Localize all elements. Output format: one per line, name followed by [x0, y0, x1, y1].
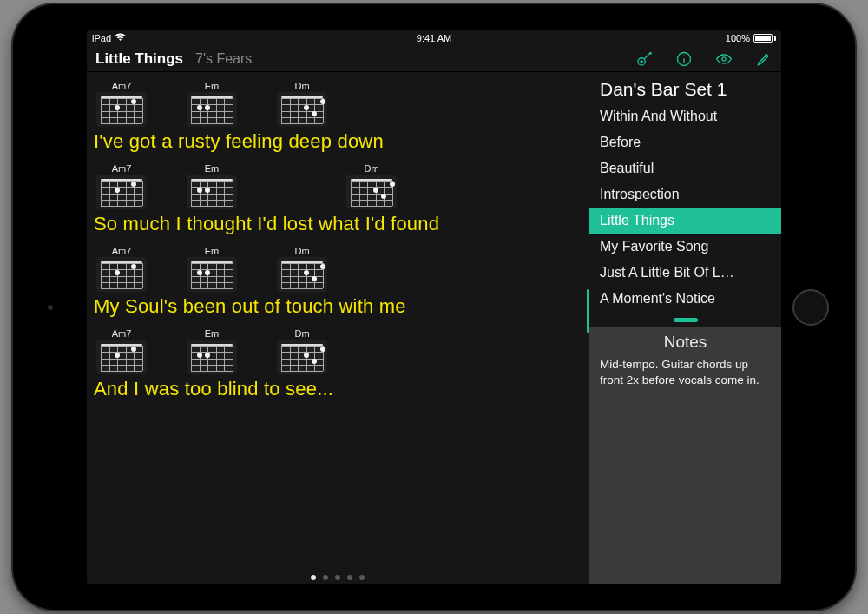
battery-pct: 100%: [726, 33, 750, 43]
notes-drag-handle[interactable]: [589, 312, 781, 327]
chord-label: Dm: [364, 163, 378, 174]
screen: iPad 9:41 AM 100% Little Things 7's Fear…: [87, 30, 781, 584]
page-dot[interactable]: [323, 575, 328, 580]
fretboard: [277, 92, 327, 127]
song-list-item[interactable]: My Favorite Song: [589, 234, 781, 260]
song-list-item[interactable]: Before: [589, 129, 781, 155]
lyric-line: And I was too blind to see...: [94, 378, 582, 400]
chord-label: Dm: [294, 246, 309, 256]
chord-row: Am7EmDm: [94, 163, 582, 209]
device-label: iPad: [92, 33, 111, 43]
setlist-title: Dan's Bar Set 1: [589, 72, 781, 103]
song-list-item[interactable]: Introspection: [589, 182, 781, 208]
chord-diagram: Em: [184, 328, 240, 374]
lyric-line: I've got a rusty feeling deep down: [94, 130, 582, 153]
lyric-line: My Soul's been out of touch with me: [94, 295, 582, 318]
ipad-frame: iPad 9:41 AM 100% Little Things 7's Fear…: [13, 4, 855, 610]
svg-point-1: [641, 60, 642, 62]
song-list-item[interactable]: Within And Without: [589, 103, 781, 129]
chord-diagram: Dm: [274, 246, 330, 292]
chord-label: Em: [205, 328, 220, 339]
chord-label: Em: [205, 246, 220, 256]
fretboard: [187, 257, 237, 292]
notes-title: Notes: [600, 333, 771, 352]
guitar-icon[interactable]: [635, 50, 653, 68]
fretboard: [277, 257, 327, 292]
fretboard: [96, 175, 147, 209]
chord-diagram: Em: [184, 81, 240, 127]
home-button[interactable]: [792, 289, 829, 326]
chord-label: Am7: [112, 81, 132, 91]
fretboard: [187, 92, 237, 127]
scroll-indicator: [587, 289, 589, 333]
chord-label: Am7: [112, 246, 132, 256]
notes-panel: Notes Mid-tempo. Guitar chords up front …: [589, 327, 781, 584]
svg-point-4: [683, 55, 685, 56]
chord-diagram: Am7: [94, 81, 149, 127]
page-indicator: [311, 575, 365, 580]
chord-label: Em: [205, 81, 220, 91]
fretboard: [277, 340, 327, 374]
chord-diagram: Em: [184, 246, 240, 292]
chord-diagram: Dm: [274, 328, 330, 374]
chord-diagram: Em: [184, 163, 240, 209]
chord-diagram: Am7: [94, 163, 149, 209]
fretboard: [96, 92, 147, 127]
svg-point-5: [722, 56, 726, 60]
chord-label: Am7: [112, 328, 132, 339]
fretboard: [187, 175, 237, 209]
song-list-item[interactable]: Beautiful: [589, 155, 781, 182]
page-dot[interactable]: [335, 575, 340, 580]
chord-label: Em: [205, 163, 220, 174]
song-list: Within And WithoutBeforeBeautifulIntrosp…: [589, 103, 781, 312]
chord-diagram: Dm: [344, 163, 399, 209]
page-dot[interactable]: [311, 575, 316, 580]
pencil-icon[interactable]: [755, 50, 773, 68]
chord-label: Dm: [294, 328, 309, 339]
lyrics-pane[interactable]: Am7EmDmI've got a rusty feeling deep dow…: [87, 72, 589, 584]
sidebar: Dan's Bar Set 1 Within And WithoutBefore…: [589, 72, 781, 584]
battery-icon: [753, 34, 776, 43]
song-list-item[interactable]: A Moment's Notice: [589, 286, 781, 312]
fretboard: [96, 257, 147, 292]
fretboard: [187, 340, 237, 374]
song-title: Little Things: [95, 50, 183, 68]
info-icon[interactable]: [675, 50, 693, 68]
nav-bar: Little Things 7's Fears: [87, 46, 781, 72]
song-list-item[interactable]: Little Things: [589, 208, 781, 234]
chord-row: Am7EmDm: [94, 246, 582, 292]
chord-label: Am7: [112, 163, 132, 174]
chord-diagram: Am7: [94, 246, 149, 292]
eye-icon[interactable]: [715, 50, 733, 68]
chord-row: Am7EmDm: [94, 81, 582, 127]
page-dot[interactable]: [347, 575, 352, 580]
chord-label: Dm: [294, 81, 309, 91]
artist-name: 7's Fears: [195, 51, 252, 67]
chord-row: Am7EmDm: [94, 328, 582, 374]
status-bar: iPad 9:41 AM 100%: [87, 30, 781, 46]
song-list-item[interactable]: Just A Little Bit Of L…: [589, 260, 781, 286]
clock: 9:41 AM: [417, 33, 451, 43]
notes-body: Mid-tempo. Guitar chords up front 2x bef…: [600, 357, 771, 388]
chord-diagram: Am7: [94, 328, 149, 374]
camera-dot: [48, 305, 53, 310]
fretboard: [96, 340, 147, 374]
page-dot[interactable]: [359, 575, 365, 580]
chord-diagram: Dm: [274, 81, 330, 127]
lyric-line: So much I thought I'd lost what I'd foun…: [94, 213, 582, 235]
wifi-icon: [115, 33, 126, 43]
fretboard: [346, 175, 397, 209]
